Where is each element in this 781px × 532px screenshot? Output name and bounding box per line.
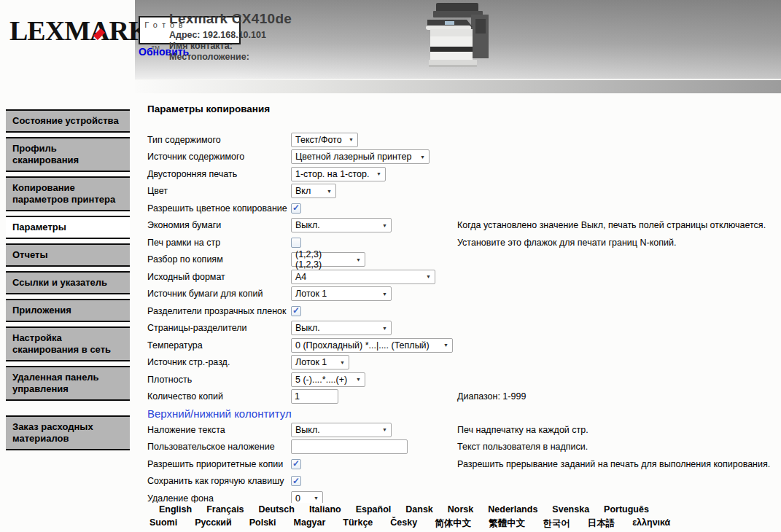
content-type-select[interactable]: Текст/Фото▼: [291, 133, 358, 147]
language-link[interactable]: Nederlands: [488, 504, 537, 515]
language-row-1: English Français Deutsch Italiano Españo…: [0, 504, 781, 515]
header-divider-band: [135, 79, 781, 93]
chevron-down-icon: ▼: [382, 292, 387, 297]
sidebar-item-device-status[interactable]: Состояние устройства: [6, 109, 130, 133]
field-label: Источник содержимого: [147, 152, 291, 162]
color-select[interactable]: Вкл▼: [291, 184, 336, 198]
chevron-down-icon: ▼: [356, 257, 361, 262]
chevron-down-icon: ▼: [382, 223, 387, 228]
form-row: Разрешить цветное копирование ✓: [147, 200, 779, 217]
field-label: Разрешить цветное копирование: [147, 203, 291, 214]
sidebar-item-scan-profile[interactable]: Профиль сканирования: [6, 137, 130, 172]
printer-address: Адрес: 192.168.10.101: [169, 30, 292, 41]
field-label: Количество копий: [147, 391, 291, 402]
form-row: Источник стр.-разд. Лоток 1▼: [147, 354, 779, 372]
chevron-down-icon: ▼: [356, 377, 361, 382]
separator-sheets-select[interactable]: Выкл.▼: [291, 321, 392, 335]
chevron-down-icon: ▼: [420, 154, 425, 160]
form-row: Исходный формат A4▼: [147, 268, 779, 286]
language-link[interactable]: Türkçe: [343, 517, 373, 530]
field-label: Тип содержимого: [147, 135, 291, 145]
form-row: Страницы-разделители Выкл.▼: [147, 320, 779, 337]
sidebar-item-order-supplies[interactable]: Заказ расходных материалов: [6, 415, 130, 450]
field-label: Двусторонняя печать: [147, 169, 291, 179]
language-link[interactable]: Français: [206, 504, 244, 515]
form-row: Плотность 5 (-)....*....(+)▼: [147, 371, 779, 388]
sidebar-item-applications[interactable]: Приложения: [6, 299, 130, 322]
field-label: Сохранить как горячую клавишу: [147, 476, 291, 486]
language-link[interactable]: Português: [604, 504, 649, 515]
form-row: Разрешить приоритетные копии ✓ Разрешить…: [147, 455, 779, 473]
logo-diamond-icon: A: [90, 15, 109, 46]
language-link[interactable]: Suomi: [149, 517, 177, 530]
sidebar-item-reports[interactable]: Отчеты: [6, 243, 130, 267]
paper-saver-select[interactable]: Выкл.▼: [291, 218, 392, 232]
language-link[interactable]: 日本語: [588, 517, 615, 530]
language-link[interactable]: 简体中文: [435, 517, 471, 530]
language-row-2: Suomi Русский Polski Magyar Türkçe Česky…: [0, 517, 781, 530]
darkness-select[interactable]: 5 (-)....*....(+)▼: [291, 372, 365, 387]
field-label: Плотность: [147, 375, 291, 385]
chevron-down-icon: ▼: [314, 496, 319, 501]
language-link[interactable]: Svenska: [552, 504, 589, 515]
language-link[interactable]: Česky: [390, 517, 417, 530]
language-link[interactable]: Dansk: [405, 504, 433, 515]
language-link[interactable]: Español: [356, 504, 392, 515]
language-link[interactable]: Deutsch: [259, 504, 295, 515]
language-link[interactable]: ελληνικά: [632, 517, 670, 530]
page-title: Параметры копирования: [147, 103, 779, 115]
duplex-sides-select[interactable]: 1-стор. на 1-стор.▼: [291, 167, 386, 181]
form-row: Цвет Вкл▼: [147, 183, 779, 200]
printer-contact: Имя контакта:: [169, 41, 292, 52]
sidebar-item-scan-to-network-setup[interactable]: Настройка сканирования в сеть: [6, 326, 130, 361]
form-row: Источник бумаги для копий Лоток 1▼: [147, 286, 779, 303]
form-row: Наложение текста Выкл.▼ Печ надпечатку н…: [147, 421, 779, 439]
copy-paper-source-select[interactable]: Лоток 1▼: [291, 286, 392, 301]
sidebar-item-copy-printer-settings[interactable]: Копирование параметров принтера: [6, 176, 130, 211]
language-link[interactable]: 한국어: [543, 517, 570, 530]
form-row: Разделители прозрачных пленок ✓: [147, 302, 779, 320]
printer-info-block: Lexmark CX410de Адрес: 192.168.10.101 Им…: [169, 11, 292, 63]
number-of-copies-input[interactable]: [291, 389, 338, 404]
allow-priority-copies-checkbox[interactable]: ✓: [291, 459, 301, 469]
chevron-down-icon: ▼: [327, 189, 332, 194]
field-label: Цвет: [147, 186, 291, 196]
transparency-separators-checkbox[interactable]: ✓: [291, 306, 301, 316]
chevron-down-icon: ▼: [340, 360, 345, 365]
allow-color-copies-checkbox[interactable]: ✓: [291, 203, 301, 214]
form-row: Тип содержимого Текст/Фото▼: [147, 131, 779, 149]
language-link[interactable]: Русский: [195, 517, 232, 530]
save-as-shortcut-checkbox[interactable]: ✓: [291, 476, 301, 486]
content-source-select[interactable]: Цветной лазерный принтер▼: [291, 149, 430, 164]
language-link[interactable]: Magyar: [294, 517, 326, 530]
language-link[interactable]: Italiano: [309, 504, 341, 515]
original-size-select[interactable]: A4▼: [291, 270, 435, 284]
form-row: Источник содержимого Цветной лазерный пр…: [147, 149, 779, 166]
chevron-down-icon: ▼: [382, 427, 387, 432]
printer-location: Местоположение:: [169, 52, 292, 63]
sidebar-nav: Состояние устройства Профиль сканировани…: [6, 109, 130, 455]
field-label: Источник стр.-разд.: [147, 357, 291, 367]
form-row: Печ рамки на стр Установите это флажок д…: [147, 234, 779, 251]
language-link[interactable]: 繁體中文: [489, 517, 525, 530]
language-link[interactable]: Norsk: [448, 504, 473, 515]
language-link[interactable]: English: [159, 504, 192, 515]
color-temperature-select[interactable]: 0 (Прохладный) *...|.... (Теплый)▼: [291, 338, 453, 353]
collation-select[interactable]: (1,2,3) (1,2,3)▼: [291, 252, 365, 267]
sidebar-item-links-index[interactable]: Ссылки и указатель: [6, 271, 130, 294]
lexmark-logo: LEXMARKTM: [9, 15, 158, 47]
separator-source-select[interactable]: Лоток 1▼: [291, 355, 349, 369]
chevron-down-icon: ▼: [426, 274, 431, 279]
header-footer-section-link[interactable]: Верхний/нижний колонтитул: [147, 405, 779, 421]
copy-settings-form: Параметры копирования Тип содержимого Те…: [147, 103, 779, 507]
print-page-borders-checkbox[interactable]: [291, 238, 301, 248]
overlay-select[interactable]: Выкл.▼: [291, 423, 392, 437]
field-label: Источник бумаги для копий: [147, 289, 291, 299]
field-label: Пользовательское наложение: [147, 442, 291, 452]
language-link[interactable]: Polski: [249, 517, 276, 530]
field-label: Удаление фона: [147, 493, 291, 504]
form-row: Экономия бумаги Выкл.▼ Когда установлено…: [147, 217, 779, 235]
sidebar-item-settings[interactable]: Параметры: [6, 216, 130, 239]
sidebar-item-remote-operator-panel[interactable]: Удаленная панель управления: [6, 366, 130, 401]
custom-overlay-input[interactable]: [291, 439, 408, 454]
